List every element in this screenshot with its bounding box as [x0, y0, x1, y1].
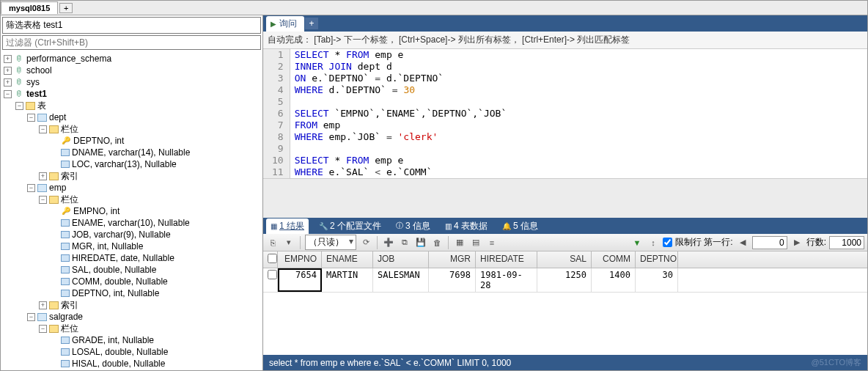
sort-icon[interactable]: ↕: [647, 236, 660, 249]
tree-icon: [61, 337, 70, 344]
delete-icon[interactable]: 🗑: [430, 236, 444, 249]
tree-item[interactable]: DEPTNO, int, Nullable: [4, 287, 261, 299]
tree-item[interactable]: LOSAL, double, Nullable: [4, 346, 261, 358]
tree-item[interactable]: 🔑DEPTNO, int: [4, 135, 261, 147]
next-page-icon[interactable]: ▶: [790, 236, 803, 249]
tree-item[interactable]: COMM, double, Nullable: [4, 276, 261, 287]
cell-hiredate[interactable]: 1981-09-28: [476, 268, 537, 292]
view-form-icon[interactable]: ▤: [469, 236, 482, 249]
copy-icon[interactable]: ⧉: [398, 236, 411, 249]
tab-result-1[interactable]: ▦1 结果: [266, 218, 309, 234]
filter-icon[interactable]: ▼: [630, 236, 644, 249]
col-mgr[interactable]: MGR: [429, 251, 476, 268]
splitter-gap[interactable]: [263, 178, 867, 218]
status-bar: select * from emp e where e.`SAL` < e.`C…: [263, 355, 867, 370]
tree-item[interactable]: +🛢sys: [4, 76, 261, 88]
tree-item[interactable]: +索引: [4, 299, 261, 311]
header-checkbox[interactable]: [263, 251, 278, 268]
filter-input[interactable]: [2, 35, 261, 50]
tree-item[interactable]: −dept: [4, 111, 261, 123]
tree-item[interactable]: −salgrade: [4, 311, 261, 323]
first-row-input[interactable]: [752, 236, 787, 249]
tree-item[interactable]: JOB, varchar(9), Nullable: [4, 229, 261, 240]
sql-editor[interactable]: 1234567891011 SELECT * FROM emp eINNER J…: [263, 49, 867, 178]
tree-item[interactable]: +索引: [4, 170, 261, 182]
tree-item[interactable]: MGR, int, Nullable: [4, 240, 261, 252]
tree-item[interactable]: −emp: [4, 182, 261, 194]
export-icon[interactable]: ⎘: [266, 236, 279, 249]
tree-item[interactable]: GRADE, int, Nullable: [4, 334, 261, 346]
tree-icon: [49, 172, 59, 180]
tree-icon: [61, 348, 70, 356]
col-deptno[interactable]: DEPTNO: [636, 251, 678, 268]
tree-item[interactable]: +🛢school: [4, 65, 261, 76]
readonly-select[interactable]: （只读）: [305, 235, 356, 250]
tab-query[interactable]: ▶ 询问: [266, 16, 304, 32]
cell-ename[interactable]: MARTIN: [322, 268, 373, 292]
col-empno[interactable]: EMPNO: [278, 251, 322, 268]
tab-result-5[interactable]: 🔔5 信息: [498, 218, 542, 234]
tree-item[interactable]: 🔑EMPNO, int: [4, 205, 261, 217]
tree-icon: 🔑: [61, 206, 71, 216]
table-row[interactable]: 7654 MARTIN SALESMAN 7698 1981-09-28 125…: [263, 268, 867, 293]
tree-item[interactable]: +索引: [4, 370, 261, 370]
tree-item[interactable]: +🛢performance_schema: [4, 53, 261, 65]
tab-connection[interactable]: mysql0815: [1, 1, 58, 14]
tree-icon: [49, 196, 59, 204]
cell-mgr[interactable]: 7698: [429, 268, 476, 292]
col-ename[interactable]: ENAME: [322, 251, 373, 268]
cell-empno[interactable]: 7654: [278, 268, 322, 292]
refresh-icon[interactable]: ⟳: [359, 236, 372, 249]
tab-result-2[interactable]: 🔧2 个配置文件: [315, 218, 386, 234]
tree-icon: 🛢: [14, 89, 24, 99]
col-hiredate[interactable]: HIREDATE: [476, 251, 537, 268]
col-comm[interactable]: COMM: [592, 251, 636, 268]
insert-icon[interactable]: ➕: [382, 236, 395, 249]
tree-item[interactable]: −栏位: [4, 323, 261, 334]
tab-result-4[interactable]: ▥4 表数据: [441, 218, 492, 234]
col-sal[interactable]: SAL: [537, 251, 592, 268]
status-text: select * from emp e where e.`SAL` < e.`C…: [269, 358, 511, 368]
view-grid-icon[interactable]: ▦: [453, 236, 466, 249]
table-icon: ▥: [445, 222, 452, 230]
filter-title: 筛选表格 test1: [2, 17, 261, 34]
save-icon[interactable]: 💾: [414, 236, 427, 249]
row-checkbox[interactable]: [263, 268, 278, 292]
tree-icon: 🛢: [14, 65, 24, 76]
tree-icon: [61, 161, 70, 168]
schema-tree[interactable]: +🛢performance_schema+🛢school+🛢sys−🛢test1…: [1, 51, 262, 370]
rows-label: 行数:: [806, 236, 826, 249]
dropdown-icon[interactable]: ▾: [282, 236, 295, 249]
tree-item[interactable]: −栏位: [4, 194, 261, 205]
tab-result-3[interactable]: ⓘ3 信息: [391, 218, 435, 234]
tree-item[interactable]: DNAME, varchar(14), Nullable: [4, 147, 261, 158]
tree-item[interactable]: ENAME, varchar(10), Nullable: [4, 217, 261, 229]
code-area[interactable]: SELECT * FROM emp eINNER JOIN dept dON e…: [290, 49, 512, 178]
tree-item[interactable]: SAL, double, Nullable: [4, 264, 261, 276]
tree-icon: 🛢: [14, 54, 24, 64]
add-query-tab[interactable]: +: [305, 18, 318, 29]
add-tab-button[interactable]: +: [59, 3, 73, 13]
col-job[interactable]: JOB: [373, 251, 429, 268]
cell-job[interactable]: SALESMAN: [373, 268, 429, 292]
line-gutter: 1234567891011: [263, 49, 290, 178]
tree-icon: 🔑: [61, 136, 71, 146]
limit-checkbox[interactable]: [663, 238, 672, 247]
prev-page-icon[interactable]: ◀: [736, 236, 749, 249]
cell-comm[interactable]: 1400: [592, 268, 636, 292]
tree-icon: [49, 125, 59, 133]
view-text-icon[interactable]: ≡: [485, 236, 499, 249]
cell-deptno[interactable]: 30: [636, 268, 678, 292]
tree-icon: [61, 149, 70, 156]
tree-icon: [61, 254, 70, 262]
tree-item[interactable]: −🛢test1: [4, 88, 261, 100]
cell-sal[interactable]: 1250: [537, 268, 592, 292]
result-grid[interactable]: EMPNO ENAME JOB MGR HIREDATE SAL COMM DE…: [263, 251, 867, 293]
tree-item[interactable]: −栏位: [4, 123, 261, 135]
tree-item[interactable]: HIREDATE, date, Nullable: [4, 252, 261, 264]
rows-input[interactable]: [829, 236, 864, 249]
tree-item[interactable]: −表: [4, 100, 261, 111]
tree-item[interactable]: LOC, varchar(13), Nullable: [4, 158, 261, 170]
grid-header: EMPNO ENAME JOB MGR HIREDATE SAL COMM DE…: [263, 251, 867, 268]
tree-item[interactable]: HISAL, double, Nullable: [4, 358, 261, 370]
